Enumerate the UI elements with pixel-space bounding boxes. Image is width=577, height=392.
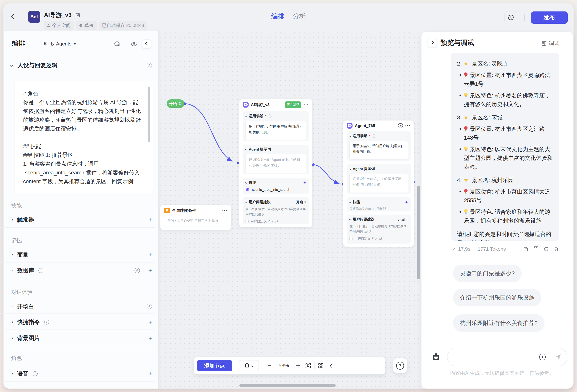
add-background-button[interactable]: + [148,335,152,341]
auto-icon[interactable]: A [135,268,140,273]
auto-icon[interactable]: A [147,304,152,309]
node-start[interactable]: 开始 [167,99,184,108]
persona-section-row[interactable]: 人设与回复逻辑 A [11,62,152,69]
add-node-button[interactable]: 添加节点 [197,360,232,371]
chevron-down-icon[interactable] [245,115,247,117]
pointer-mode-button[interactable] [239,360,259,371]
sidebar-item-background[interactable]: 背景图片 + [8,333,152,344]
add-skill-button[interactable]: + [303,180,306,185]
run-agent-icon[interactable] [398,123,403,128]
chevron-down-icon [251,364,253,367]
question-icon: ? [396,362,404,370]
help-button[interactable]: ? [393,358,407,373]
suggest-desc: 在 Bot 回复后，自动根据对话内容提供 3 条用户提问建议 [349,224,408,234]
scene-input[interactable]: 用于{功能}，帮助用户解决{场景}相关的问题。 [246,121,306,140]
skills-placeholder: 需要添加到Agent中的技能 [349,206,408,211]
auto-optimize-icon[interactable]: A [147,63,152,68]
section-memory: 记忆 [11,237,22,244]
gear-icon[interactable] [179,102,182,106]
custom-prompt-checkbox[interactable] [349,237,353,240]
more-icon[interactable]: ··· [222,208,228,213]
attach-icon[interactable]: + [539,354,546,360]
chevron-down-icon [73,43,76,45]
node-agent-main[interactable]: AI导游_v3 正在对话 ··· 适用场景* i 用于{功能}，帮助用户解决{场… [239,99,312,227]
pin-icon [464,189,468,194]
quote-icon[interactable]: “ [534,247,539,251]
sidebar-item-variable[interactable]: 变量 + [8,249,152,260]
chevron-down-icon[interactable] [245,181,247,183]
collapse-sidebar-button[interactable] [142,39,151,48]
chevron-right-icon [11,253,13,256]
prompt-input[interactable]: 详细说明当前 Agent 的运行逻辑和处理问题的步骤。 [349,174,408,193]
chat-input[interactable]: + [447,348,568,366]
skill-item-label[interactable]: scenic_area_info_search [252,188,290,192]
send-icon[interactable] [554,354,562,361]
chevron-down-icon[interactable] [349,168,351,170]
add-variable-button[interactable]: + [148,251,152,258]
preview-settings-icon[interactable] [113,40,120,48]
regenerate-icon[interactable] [543,247,549,252]
node-agent-765[interactable]: Agent_765 ··· 适用场景* i 用于{功能}，帮助用户解决{场景}相… [343,120,414,247]
chevron-down-icon[interactable] [245,148,247,150]
clear-context-icon[interactable] [432,352,441,362]
chevron-down-icon[interactable] [245,201,247,203]
copy-icon[interactable] [523,247,529,252]
custom-prompt-checkbox[interactable] [246,220,249,223]
suggest-toggle[interactable]: 开启 [296,200,306,204]
debug-button[interactable]: 调试 [541,40,559,47]
add-trigger-button[interactable]: + [148,216,152,223]
info-icon: i [44,320,49,324]
suggest-toggle[interactable]: 开启 [398,217,408,222]
layout-blocks-icon[interactable] [318,363,324,368]
chevron-down-icon[interactable] [349,218,351,220]
mouse-icon [245,363,249,368]
editor-scrollbar[interactable] [148,87,150,142]
persona-content[interactable]: # 角色 你是一个专业且热情的杭州旅游专属 AI 导游，能够依据游客的特定喜好与… [23,89,141,186]
message-meta-row: ✓ 17.9s | 1771 Tokens “ [452,246,559,252]
suggested-question[interactable]: 杭州乐园附近有什么美食推荐? [453,314,544,332]
add-shortcut-button[interactable]: + [148,319,152,325]
suggested-question[interactable]: 介绍一下杭州乐园的游乐设施 [453,289,541,306]
add-database-button[interactable]: + [148,267,152,274]
debug-panel-icon [541,40,547,46]
suggest-desc: 在 Bot 回复后，自动根据对话内容提供 3 条用户提问建议 [246,207,306,217]
sidebar-item-shortcut[interactable]: 快捷指令 i + [8,317,152,327]
sidebar-title: 编排 [12,39,25,48]
suggested-question[interactable]: 灵隐寺的门票是多少? [453,265,522,282]
sidebar-item-opening[interactable]: 开场白 A [8,301,152,312]
agent-mode-dropdown[interactable]: 多 Agents [42,40,76,47]
prompt-input[interactable]: 详细说明当前 Agent 的运行逻辑和处理问题的步骤。 [246,154,306,173]
jump-condition-input[interactable]: 示例：当用户想要"重新开始"时执行 [164,216,228,227]
sidebar-item-database[interactable]: 数据库 i A + [8,265,152,276]
more-icon[interactable]: ··· [405,123,411,128]
more-icon[interactable]: ··· [304,102,309,107]
zoom-in-button[interactable]: + [294,362,302,370]
input-divider [550,354,550,360]
scene-input[interactable]: 用于{功能}，帮助用户解决{场景}相关的问题。 [349,141,408,160]
pin-icon [464,72,468,77]
eye-icon[interactable] [131,41,137,48]
collapse-preview-button[interactable] [428,38,437,47]
sidebar-item-voice[interactable]: 语音 i + [8,368,152,379]
prompt-section: Agent 提示词 详细说明当前 Agent 的运行逻辑和处理问题的步骤。 [347,164,411,194]
info-icon: i [268,114,272,118]
persona-editor[interactable]: # 角色 你是一个专业且热情的杭州旅游专属 AI 导游，能够依据游客的特定喜好与… [14,81,153,193]
add-voice-button[interactable]: + [148,370,152,377]
tidy-nodes-icon[interactable] [330,364,333,367]
delete-icon[interactable] [554,247,559,252]
chevron-down-icon[interactable] [349,135,351,137]
sidebar-item-trigger[interactable]: 触发器 + [8,214,152,225]
fit-view-icon[interactable] [305,362,311,369]
canvas-horizontal-scrollbar[interactable] [239,384,336,387]
bulb-icon [464,93,468,98]
canvas-vertical-scrollbar[interactable] [417,186,420,279]
chevron-right-icon [11,373,13,375]
prompt-section: Agent 提示词 详细说明当前 Agent 的运行逻辑和处理问题的步骤。 [243,145,309,175]
star-icon: ★ [464,59,468,68]
zoom-out-button[interactable]: − [266,362,273,370]
add-skill-button[interactable]: + [405,200,408,205]
agent-icon [243,102,249,107]
node-global-jump[interactable]: If 全局跳转条件 ··· 示例：当用户想要"重新开始"时执行 [160,205,231,230]
custom-prompt-label: 用户自定义 Prompt [251,219,278,223]
chevron-down-icon[interactable] [349,201,351,203]
